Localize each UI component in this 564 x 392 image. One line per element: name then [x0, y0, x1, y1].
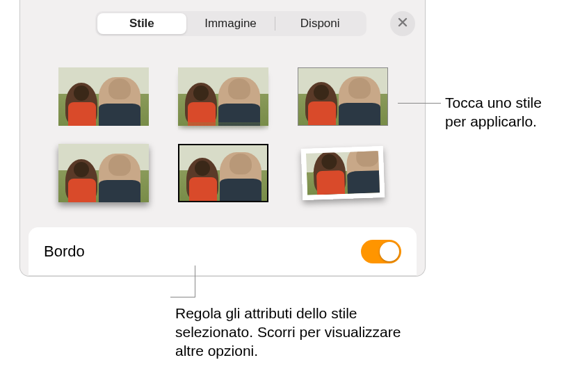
style-preset[interactable]: [294, 64, 392, 129]
tab-style[interactable]: Stile: [97, 13, 186, 34]
tab-arrange[interactable]: Disponi: [275, 13, 364, 34]
style-preset[interactable]: [175, 64, 272, 129]
tab-image-label: Immagine: [204, 17, 257, 31]
callout-line: [195, 266, 195, 297]
style-preset[interactable]: [175, 140, 272, 206]
tab-bar: Stile Immagine Disponi: [95, 11, 366, 36]
tab-image[interactable]: Immagine: [186, 13, 275, 34]
callout-adjust-attrs: Regola gli attributi dello stile selezio…: [175, 304, 405, 361]
border-toggle[interactable]: [361, 240, 401, 263]
tab-style-label: Stile: [129, 17, 154, 31]
style-preset-grid: [55, 64, 403, 206]
format-panel: Stile Immagine Disponi: [19, 0, 426, 277]
tab-arrange-label: Disponi: [300, 17, 340, 31]
style-thumbnail: [178, 67, 268, 126]
close-icon: [397, 17, 408, 31]
style-preset[interactable]: [55, 140, 152, 206]
style-preset[interactable]: [55, 64, 152, 129]
close-button[interactable]: [390, 11, 415, 36]
border-row: Bordo: [29, 227, 417, 276]
callout-tap-style: Tocca uno stile per applicarlo.: [445, 94, 556, 131]
style-thumbnail: [301, 146, 385, 200]
style-thumbnail: [58, 67, 149, 126]
callout-line: [398, 103, 441, 104]
style-thumbnail: [178, 144, 268, 202]
border-label: Bordo: [44, 243, 85, 261]
callout-line: [170, 297, 195, 297]
style-thumbnail: [58, 144, 149, 202]
style-thumbnail: [298, 67, 388, 126]
style-preset[interactable]: [294, 140, 392, 206]
